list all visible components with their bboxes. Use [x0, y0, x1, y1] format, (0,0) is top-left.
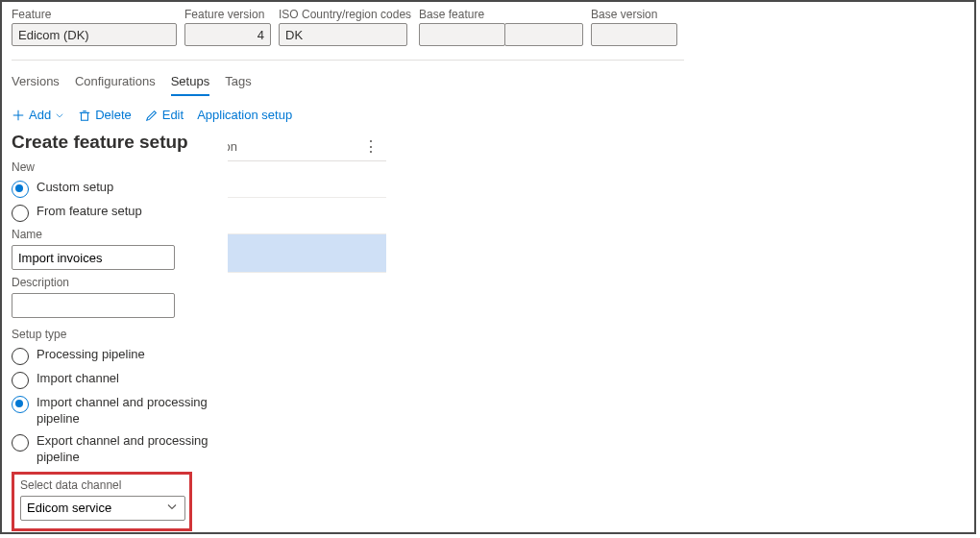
radio-export-proc-label: Export channel and processing pipeline [37, 433, 228, 466]
radio-import-channel[interactable]: Import channel [12, 371, 228, 389]
iso-label: ISO Country/region codes [279, 8, 411, 21]
create-feature-setup-panel: Create feature setup New Custom setup Fr… [12, 132, 228, 534]
radio-export-and-processing[interactable]: Export channel and processing pipeline [12, 433, 228, 466]
table-row[interactable] [204, 161, 386, 198]
tab-tags[interactable]: Tags [225, 70, 251, 96]
name-input[interactable] [12, 245, 175, 270]
tab-versions[interactable]: Versions [12, 70, 60, 96]
application-setup-button[interactable]: Application setup [197, 108, 292, 122]
radio-custom-setup[interactable]: Custom setup [12, 180, 228, 198]
base-version-label: Base version [591, 8, 677, 21]
select-data-channel-highlight: Select data channel [12, 472, 192, 531]
radio-custom-setup-label: Custom setup [37, 180, 113, 196]
radio-processing-label: Processing pipeline [37, 347, 145, 363]
new-label: New [12, 160, 228, 174]
radio-icon [12, 396, 29, 413]
feature-label: Feature [12, 8, 177, 21]
field-feature-version: Feature version [184, 8, 271, 46]
feature-version-input[interactable] [184, 23, 271, 46]
plus-icon [12, 109, 25, 122]
svg-rect-2 [82, 112, 88, 120]
radio-icon [12, 205, 29, 222]
setup-type-label: Setup type [12, 328, 228, 341]
add-button[interactable]: Add [12, 108, 64, 122]
name-label: Name [12, 228, 228, 241]
feature-input[interactable] [12, 23, 177, 46]
delete-label: Delete [95, 108, 132, 122]
radio-import-label: Import channel [37, 371, 119, 387]
base-feature-input-2[interactable] [504, 23, 583, 46]
chevron-down-icon [55, 110, 64, 120]
radio-icon [12, 348, 29, 365]
table-row[interactable] [204, 234, 386, 273]
application-setup-label: Application setup [197, 108, 292, 122]
base-version-input[interactable] [591, 23, 677, 46]
radio-import-proc-label: Import channel and processing pipeline [37, 395, 228, 428]
radio-processing-pipeline[interactable]: Processing pipeline [12, 347, 228, 365]
column-menu-icon[interactable]: ⋮ [363, 137, 379, 156]
description-label: Description [12, 276, 228, 289]
radio-icon [12, 372, 29, 389]
feature-version-label: Feature version [184, 8, 271, 21]
grid-header: iption ⋮ [204, 132, 386, 161]
edit-button[interactable]: Edit [145, 108, 184, 122]
base-feature-label: Base feature [419, 8, 583, 21]
grid: iption ⋮ [204, 132, 386, 273]
trash-icon [78, 109, 91, 122]
select-data-channel-label: Select data channel [20, 478, 184, 492]
pencil-icon [145, 109, 159, 122]
radio-icon [12, 434, 29, 452]
field-feature: Feature [12, 8, 177, 46]
tab-configurations[interactable]: Configurations [75, 70, 156, 96]
field-base-version: Base version [591, 8, 677, 46]
radio-from-feature-setup[interactable]: From feature setup [12, 204, 228, 222]
field-base-feature: Base feature [419, 8, 583, 46]
toolbar: Add Delete Edit Application setup [2, 96, 974, 130]
delete-button[interactable]: Delete [78, 108, 132, 122]
edit-label: Edit [162, 108, 184, 122]
base-feature-input-1[interactable] [419, 23, 505, 46]
radio-from-feature-label: From feature setup [37, 204, 142, 220]
tab-setups[interactable]: Setups [171, 70, 209, 96]
select-data-channel-dropdown[interactable] [20, 496, 185, 521]
field-iso: ISO Country/region codes [279, 8, 411, 46]
iso-input[interactable] [279, 23, 407, 46]
add-label: Add [29, 108, 51, 122]
radio-icon [12, 181, 29, 198]
table-row[interactable] [204, 198, 386, 234]
radio-import-and-processing[interactable]: Import channel and processing pipeline [12, 395, 228, 428]
tabs: Versions Configurations Setups Tags [2, 61, 974, 96]
panel-title: Create feature setup [12, 132, 228, 153]
description-input[interactable] [12, 293, 175, 318]
header-fields: Feature Feature version ISO Country/regi… [2, 2, 974, 46]
